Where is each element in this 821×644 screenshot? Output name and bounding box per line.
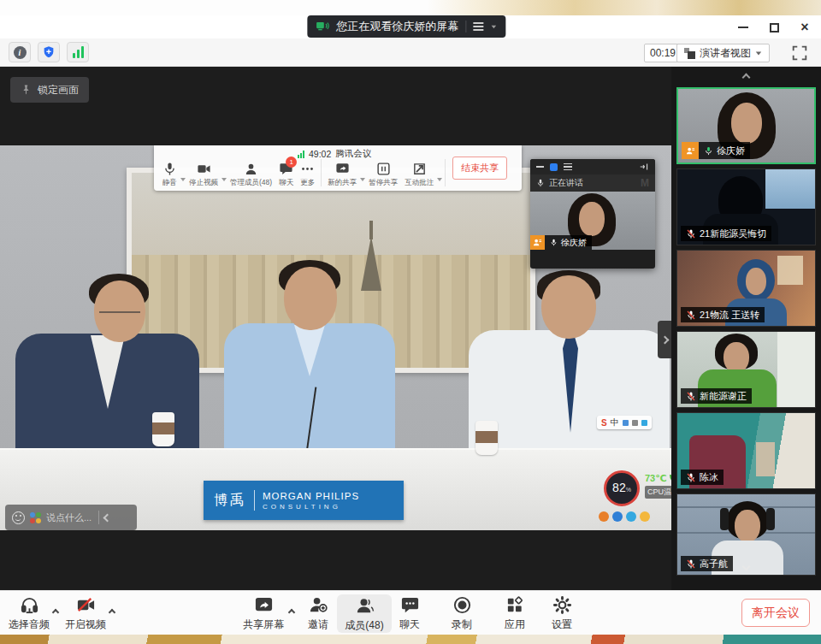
scroll-up-button[interactable] [671, 74, 821, 80]
watermark: M [641, 177, 649, 189]
shared-chat-button[interactable]: 1 聊天 [275, 162, 297, 188]
shared-mute-button[interactable]: 静音 [159, 162, 180, 188]
annotate-caret[interactable] [437, 178, 442, 181]
collapse-bubble-icon[interactable] [103, 513, 112, 522]
share-screen-icon [335, 162, 350, 176]
view-toolbar: i 00:19 演讲者视图 [0, 38, 821, 67]
record-icon [452, 595, 472, 615]
meeting-window: 您正在观看徐庆娇的屏幕 × i 00:19 演讲者视图 [0, 0, 821, 644]
pin-icon [21, 84, 32, 96]
signal-bars-icon [73, 46, 84, 58]
headset-icon [20, 595, 39, 615]
lock-view-button[interactable]: 锁定画面 [10, 77, 89, 103]
chat-placeholder[interactable]: 说点什么... [46, 511, 92, 524]
shared-screen-video: 博禹 MORGAN PHILIPS CONSULTING 49:02 腾讯会议 [0, 145, 671, 530]
info-icon: i [14, 46, 27, 59]
participant-tile[interactable]: 陈冰 [676, 412, 816, 489]
settings-button[interactable]: 设置 [535, 595, 589, 632]
banner-en: MORGAN PHILIPS [263, 491, 359, 501]
float-menu-icon[interactable] [564, 163, 572, 171]
shared-pauseshare-button[interactable]: 暂停共享 [365, 162, 401, 188]
shared-more-button[interactable]: 更多 [297, 162, 318, 188]
apps-icon [505, 595, 525, 615]
participant-tile[interactable]: 高子航 [676, 493, 816, 576]
camera-off-icon [76, 595, 96, 615]
pill-divider [465, 21, 466, 32]
float-collapse-icon[interactable] [639, 162, 649, 171]
participant-tile[interactable]: 徐庆娇 [676, 87, 816, 164]
gear-icon [552, 595, 572, 615]
pause-icon [376, 162, 391, 176]
selfview-name-tag: 徐庆娇 [530, 235, 592, 250]
mic-icon [536, 178, 545, 188]
share-screen-button[interactable]: 共享屏幕 [236, 595, 291, 632]
scroll-down-button[interactable] [677, 564, 815, 570]
view-mode-dropdown[interactable]: 演讲者视图 [676, 44, 770, 62]
cpu-temp-label: CPU温度 [645, 486, 671, 499]
participant-tile[interactable]: 21物流 王送转 [676, 250, 816, 327]
screen-watching-pill[interactable]: 您正在观看徐庆娇的屏幕 [307, 15, 505, 38]
chat-button[interactable]: 聊天 [382, 595, 437, 632]
stickers-icon[interactable] [30, 512, 41, 523]
shared-annotate-button[interactable]: 互动批注 [401, 162, 437, 188]
system-tray-icons [599, 511, 650, 522]
emoji-icon[interactable] [12, 511, 25, 524]
participant-name-tag: 徐庆娇 [682, 142, 750, 159]
screen-audio-icon [316, 21, 329, 32]
chat-icon [400, 595, 420, 615]
close-button[interactable]: × [795, 19, 814, 36]
more-dots-icon [300, 162, 315, 176]
fullscreen-icon [790, 44, 809, 62]
coffee-cup [152, 412, 174, 446]
mic-icon [162, 162, 177, 176]
record-button[interactable]: 录制 [434, 595, 489, 632]
layout-icon [684, 48, 695, 59]
chat-badge: 1 [286, 157, 297, 168]
view-mode-label: 演讲者视图 [700, 46, 751, 61]
shared-meeting-toolbar: 49:02 腾讯会议 静音 [154, 145, 522, 191]
leave-meeting-button[interactable]: 离开会议 [741, 599, 810, 627]
participants-sidebar: 徐庆娇 [671, 67, 821, 590]
annotate-icon [412, 162, 427, 176]
cpu-gauge: 82 % [604, 470, 640, 506]
security-button[interactable] [38, 42, 60, 62]
sidebar-collapse-handle[interactable] [658, 321, 671, 358]
mic-muted-icon [686, 310, 696, 321]
floating-selfview-window[interactable]: 正在讲话 M [530, 159, 655, 269]
float-layout-icon[interactable] [550, 163, 558, 171]
control-bar: 选择音频 开启视频 共享屏幕 [0, 590, 821, 635]
participant-tile[interactable]: 新能源谢正 [676, 331, 816, 408]
floating-window-header [530, 159, 655, 174]
sharing-badge-icon [530, 235, 545, 250]
selfview-video: 徐庆娇 [530, 192, 655, 250]
pill-menu-icon[interactable] [473, 22, 483, 31]
sogou-ime-bar[interactable]: S 中 [597, 416, 652, 429]
minimize-button[interactable] [734, 19, 753, 36]
meeting-info-button[interactable]: i [9, 42, 31, 62]
network-quality-button[interactable] [67, 42, 89, 62]
view-mode-caret [756, 51, 761, 55]
video-options-caret[interactable] [109, 603, 115, 618]
select-audio-button[interactable]: 选择音频 [2, 595, 56, 632]
ime-mode: 中 [611, 417, 619, 428]
performance-overlay: 82 % 73℃ CPU温度 [604, 470, 671, 506]
sogou-logo: S [601, 418, 607, 428]
quick-chat-bubble[interactable]: 说点什么... [5, 505, 137, 530]
mic-muted-icon [686, 391, 696, 402]
fullscreen-button[interactable] [790, 44, 809, 62]
watching-label: 您正在观看徐庆娇的屏幕 [336, 19, 458, 34]
lock-view-label: 锁定画面 [38, 83, 79, 97]
speaking-label: 正在讲话 [549, 177, 583, 189]
sharing-badge-icon [682, 142, 699, 159]
shared-newshare-button[interactable]: 新的共享 [324, 162, 360, 188]
participant-tile[interactable]: 21新能源吴悔切 [676, 168, 816, 245]
maximize-button[interactable] [765, 19, 783, 36]
shared-members-button[interactable]: 管理成员(48) [227, 162, 275, 188]
float-minimize-icon[interactable] [536, 166, 544, 168]
end-share-button[interactable]: 结束共享 [452, 157, 507, 180]
member-icon [244, 162, 258, 176]
shared-stopvideo-button[interactable]: 停止视频 [186, 162, 221, 188]
banner-sub: CONSULTING [263, 503, 359, 511]
start-video-button[interactable]: 开启视频 [58, 595, 113, 632]
banner-cn: 博禹 [214, 492, 246, 510]
